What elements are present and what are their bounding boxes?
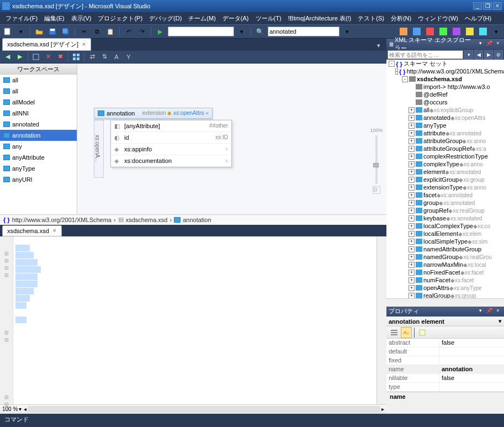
play-button[interactable]: ▶	[155, 26, 166, 37]
props-close-icon[interactable]: ×	[494, 308, 502, 315]
editor-hscroll-right[interactable]: ▸	[381, 406, 384, 412]
tree-node[interactable]: +localElement ◆xs:elem	[386, 230, 504, 238]
menu-item[interactable]: 編集(E)	[41, 13, 68, 24]
menu-item[interactable]: 分析(N)	[388, 13, 415, 24]
xse-tree[interactable]: -{ }スキーマ セット-{ }http://www.w3.org/2001/X…	[386, 60, 504, 298]
tree-node[interactable]: +namedAttributeGroup	[386, 245, 504, 253]
workspace-item[interactable]: anyAttribute	[0, 152, 77, 163]
editor-hscroll-left[interactable]: ◂	[24, 406, 26, 412]
menu-item[interactable]: チーム(M)	[185, 13, 219, 24]
property-row[interactable]: default	[386, 347, 504, 356]
xse-pin-icon[interactable]: 📌	[485, 40, 493, 48]
props-pages-button[interactable]	[417, 327, 428, 338]
tree-node[interactable]: +localSimpleType ◆xs:sim	[386, 238, 504, 245]
server-explorer-button[interactable]	[464, 26, 475, 37]
props-object-dropdown[interactable]: ▾	[498, 318, 502, 325]
workspace-item[interactable]: any	[0, 141, 77, 152]
expand-icon[interactable]: +	[408, 246, 415, 252]
menu-item[interactable]: デバッグ(D)	[146, 13, 185, 24]
xse-clear-button[interactable]: ⊘	[494, 50, 503, 59]
code-editor[interactable]: ⊟⊟⊟⊟⊟⊟⊟⊟	[0, 236, 386, 404]
tree-node[interactable]: +groupRef ◆xs:realGroup	[386, 207, 504, 214]
tree-node[interactable]: +narrowMaxMin ◆xs:local	[386, 261, 504, 268]
save-button[interactable]	[47, 26, 58, 37]
tree-node[interactable]: @defRef	[386, 91, 504, 98]
tree-node[interactable]: +attributeGroupRef ◆xs:a	[386, 145, 504, 152]
xse-search-dropdown[interactable]: ▾	[464, 50, 473, 59]
tree-node[interactable]: +annotated ◆xs:openAttrs	[386, 114, 504, 122]
tree-node[interactable]: +complexType ◆xs:anno	[386, 160, 504, 168]
xse-prev-button[interactable]: ◀	[474, 50, 483, 59]
tree-node[interactable]: +group ◆xs:annotated	[386, 199, 504, 207]
expand-icon[interactable]: -	[395, 68, 398, 75]
basetype-tab[interactable]: xs:openA...	[94, 120, 104, 178]
xse-next-button[interactable]: ▶	[484, 50, 493, 59]
find-dropdown[interactable]: ▾	[342, 26, 353, 37]
tree-node[interactable]: +all ◆xs:explicitGroup	[386, 106, 504, 114]
props-alpha-button[interactable]: A↓	[401, 327, 412, 338]
clear-workspace-button[interactable]: ✕	[43, 51, 54, 62]
tree-node[interactable]: -{ }スキーマ セット	[386, 60, 504, 67]
designer-row[interactable]: ◐idxs:ID	[111, 132, 231, 144]
tab-close-icon[interactable]: ×	[81, 41, 87, 48]
config-combo[interactable]	[168, 27, 234, 36]
editor-hscroll-track[interactable]	[28, 406, 380, 413]
property-row[interactable]: abstractfalse	[386, 339, 504, 347]
property-row[interactable]: nillablefalse	[386, 374, 504, 383]
expand-icon[interactable]: +	[408, 293, 415, 299]
paste-button[interactable]: 📋	[105, 26, 116, 37]
expand-icon[interactable]: +	[408, 123, 415, 129]
editor-tab-close-icon[interactable]: ×	[51, 228, 58, 234]
tree-node[interactable]: +explicitGroup ◆xs:group	[386, 176, 504, 183]
nav-back-button[interactable]: ◀	[2, 51, 13, 62]
menu-item[interactable]: ツール(T)	[252, 13, 285, 24]
expand-icon[interactable]: +	[408, 223, 415, 229]
close-button[interactable]: ×	[493, 2, 502, 10]
add-item-button[interactable]: ▾	[15, 26, 26, 37]
workspace-item[interactable]: anyType	[0, 163, 77, 174]
nav-fwd-button[interactable]: ▶	[14, 51, 25, 62]
expand-icon[interactable]: +	[408, 208, 415, 214]
expand-icon[interactable]: +	[408, 192, 415, 198]
menu-item[interactable]: プロジェクト(P)	[94, 13, 146, 24]
xse-search-input[interactable]	[388, 50, 463, 59]
tree-node[interactable]: +openAttrs ◆xs:anyType	[386, 284, 504, 292]
save-all-button[interactable]	[60, 26, 71, 37]
view-grid-button[interactable]	[71, 51, 82, 62]
tree-node[interactable]: import-> http://www.w3.o	[386, 83, 504, 91]
menu-item[interactable]: テスト(S)	[354, 13, 388, 24]
breadcrumb-element[interactable]: annotation	[183, 217, 211, 223]
property-row[interactable]: fixed	[386, 356, 504, 365]
xse-dropdown-icon[interactable]: ▾	[476, 40, 484, 48]
designer-row[interactable]: ◧[anyAttribute]##other	[111, 120, 231, 132]
tree-node[interactable]: +namedGroup ◆xs:realGrou	[386, 253, 504, 261]
copy-button[interactable]: ⧉	[92, 26, 103, 37]
menu-item[interactable]: ウィンドウ(W)	[415, 13, 461, 24]
workspace-item[interactable]: all	[0, 75, 77, 86]
config-dropdown[interactable]: ▾	[236, 26, 247, 37]
props-dropdown-icon[interactable]: ▾	[476, 308, 484, 315]
active-files-dropdown[interactable]: ▾	[373, 40, 384, 51]
workspace-item[interactable]: annotated	[0, 119, 77, 130]
workspace-item[interactable]: allNNI	[0, 108, 77, 119]
maximize-button[interactable]: ❐	[483, 2, 492, 10]
workspace-item[interactable]: allModel	[0, 97, 77, 108]
find-combo[interactable]: annotated	[268, 27, 339, 36]
find-button[interactable]: 🔍	[254, 26, 266, 37]
filter-button[interactable]: Y	[123, 51, 134, 62]
remove-button[interactable]: ✖	[55, 51, 66, 62]
menu-item[interactable]: !Btmq|Architecture 表(!)	[285, 13, 355, 24]
designer-node[interactable]: annotation extension ◆ xs:openAttrs «	[94, 108, 213, 119]
designer-row[interactable]: ◈xs:documentation»	[111, 155, 231, 167]
workspace-item[interactable]: all	[0, 86, 77, 97]
expand-icon[interactable]: -	[389, 61, 395, 67]
tree-node[interactable]: -{ }http://www.w3.org/2001/XMLSchema	[386, 67, 504, 75]
expand-icon[interactable]: +	[408, 169, 415, 175]
props-categorized-button[interactable]	[389, 327, 400, 338]
collapse-icon[interactable]: «	[205, 110, 209, 116]
tree-node[interactable]: +realGroup ◆xs:group	[386, 292, 504, 298]
expand-icon[interactable]: +	[408, 138, 415, 144]
class-view-button[interactable]	[425, 26, 436, 37]
data-sources-button[interactable]	[478, 26, 489, 37]
workspace-item[interactable]: anyURI	[0, 174, 77, 185]
